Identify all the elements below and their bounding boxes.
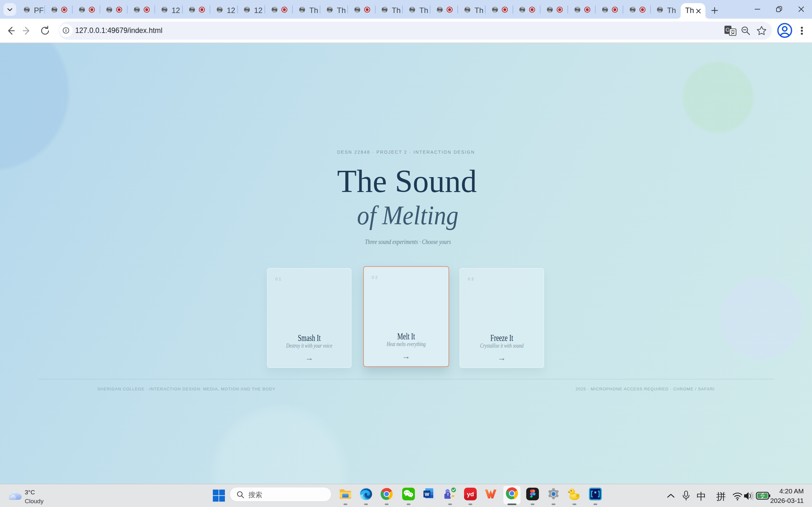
svg-text:JY: JY	[451, 495, 455, 498]
svg-text:T: T	[447, 493, 449, 497]
svg-text:W: W	[425, 492, 429, 497]
svg-text:yd: yd	[467, 491, 474, 498]
